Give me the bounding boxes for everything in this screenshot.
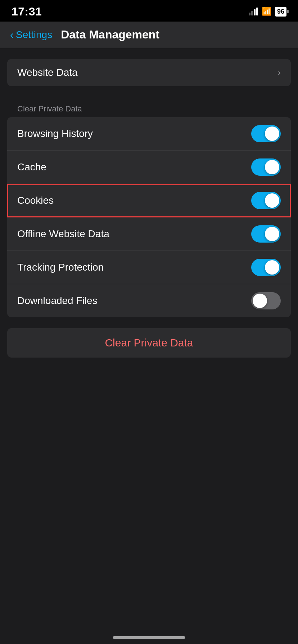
toggle-knob bbox=[265, 126, 279, 141]
browsing-history-row: Browsing History bbox=[7, 117, 291, 151]
browsing-history-label: Browsing History bbox=[17, 128, 93, 139]
status-time: 17:31 bbox=[12, 5, 42, 18]
website-data-label: Website Data bbox=[17, 67, 78, 78]
cookies-toggle[interactable] bbox=[251, 192, 281, 209]
battery-icon: 96 bbox=[275, 7, 286, 17]
website-data-section: Website Data › bbox=[7, 59, 291, 86]
downloaded-files-label: Downloaded Files bbox=[17, 295, 98, 307]
downloaded-files-toggle[interactable] bbox=[251, 292, 281, 309]
cache-label: Cache bbox=[17, 161, 46, 173]
home-indicator bbox=[113, 636, 185, 639]
toggle-knob bbox=[265, 227, 279, 241]
status-icons: 📶 96 bbox=[249, 7, 286, 17]
website-data-row[interactable]: Website Data › bbox=[7, 59, 291, 86]
back-button[interactable]: ‹ Settings bbox=[10, 29, 52, 41]
cache-row: Cache bbox=[7, 151, 291, 184]
status-bar: 17:31 📶 96 bbox=[0, 0, 298, 22]
chevron-left-icon: ‹ bbox=[10, 29, 14, 41]
browsing-history-toggle[interactable] bbox=[251, 125, 281, 142]
nav-bar: ‹ Settings Data Management bbox=[0, 22, 298, 48]
tracking-protection-label: Tracking Protection bbox=[17, 262, 104, 273]
page-title: Data Management bbox=[61, 28, 159, 41]
signal-icon bbox=[249, 8, 258, 15]
toggle-knob bbox=[265, 193, 279, 208]
tracking-protection-row: Tracking Protection bbox=[7, 251, 291, 284]
clear-private-data-section: Browsing History Cache Cookies Offline W… bbox=[7, 117, 291, 317]
content: Website Data › Clear Private Data Browsi… bbox=[0, 48, 298, 358]
section-header-label: Clear Private Data bbox=[0, 97, 298, 117]
downloaded-files-row: Downloaded Files bbox=[7, 284, 291, 317]
cache-toggle[interactable] bbox=[251, 158, 281, 176]
cookies-label: Cookies bbox=[17, 195, 54, 206]
wifi-icon: 📶 bbox=[262, 7, 271, 16]
toggle-knob bbox=[253, 294, 267, 308]
cookies-row: Cookies bbox=[7, 184, 291, 217]
clear-private-data-button-section: Clear Private Data bbox=[7, 328, 291, 358]
tracking-protection-toggle[interactable] bbox=[251, 259, 281, 276]
offline-website-data-label: Offline Website Data bbox=[17, 228, 109, 240]
offline-website-data-row: Offline Website Data bbox=[7, 217, 291, 251]
back-label: Settings bbox=[16, 29, 52, 41]
offline-website-data-toggle[interactable] bbox=[251, 225, 281, 243]
toggle-knob bbox=[265, 160, 279, 174]
chevron-right-icon: › bbox=[278, 68, 281, 78]
toggle-knob bbox=[265, 260, 279, 275]
clear-private-data-button[interactable]: Clear Private Data bbox=[7, 328, 291, 358]
